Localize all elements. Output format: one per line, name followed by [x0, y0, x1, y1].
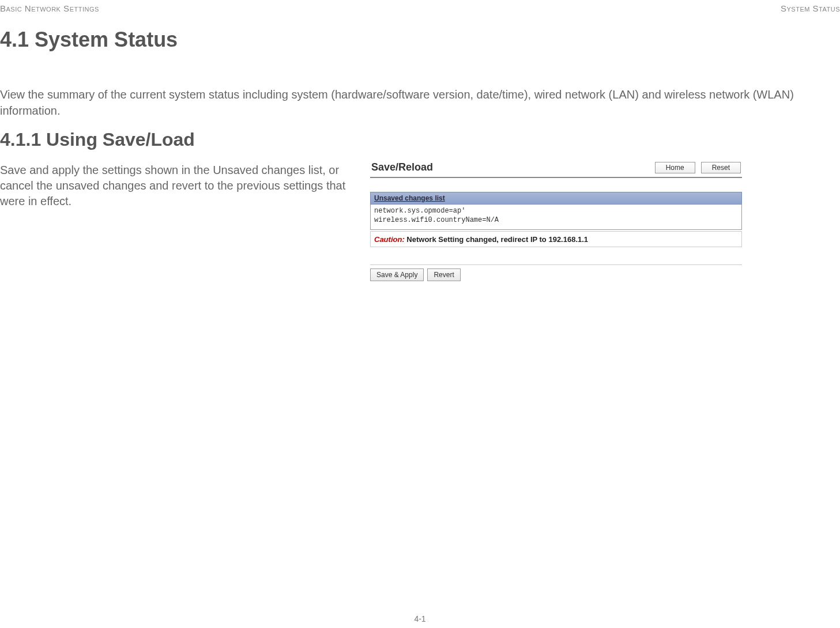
panel-top-buttons: Home Reset	[655, 162, 741, 173]
section-description: View the summary of the current system s…	[0, 86, 830, 119]
unsaved-changes-list: network.sys.opmode=ap' wireless.wifi0.co…	[370, 205, 742, 230]
panel-title: Save/Reload	[371, 161, 433, 173]
caution-label: Caution:	[374, 235, 405, 244]
save-reload-panel: Save/Reload Home Reset Unsaved changes l…	[370, 159, 742, 281]
caution-box: Caution: Network Setting changed, redire…	[370, 231, 742, 247]
divider	[370, 264, 742, 265]
panel-header: Save/Reload Home Reset	[370, 159, 742, 178]
revert-button[interactable]: Revert	[427, 268, 460, 281]
header-left-text: Basic Network Settings	[0, 3, 99, 13]
subsection-heading: 4.1.1 Using Save/Load	[0, 129, 195, 150]
action-button-row: Save & Apply Revert	[370, 268, 742, 281]
section-heading: 4.1 System Status	[0, 28, 178, 52]
page-number: 4-1	[414, 614, 425, 623]
header-right-text: System Status	[781, 3, 840, 13]
reset-button[interactable]: Reset	[701, 162, 741, 173]
unsaved-changes-header: Unsaved changes list	[370, 192, 742, 205]
home-button[interactable]: Home	[655, 162, 695, 173]
subsection-description: Save and apply the settings shown in the…	[0, 162, 369, 209]
save-apply-button[interactable]: Save & Apply	[370, 268, 424, 281]
caution-text: Network Setting changed, redirect IP to …	[405, 235, 588, 244]
